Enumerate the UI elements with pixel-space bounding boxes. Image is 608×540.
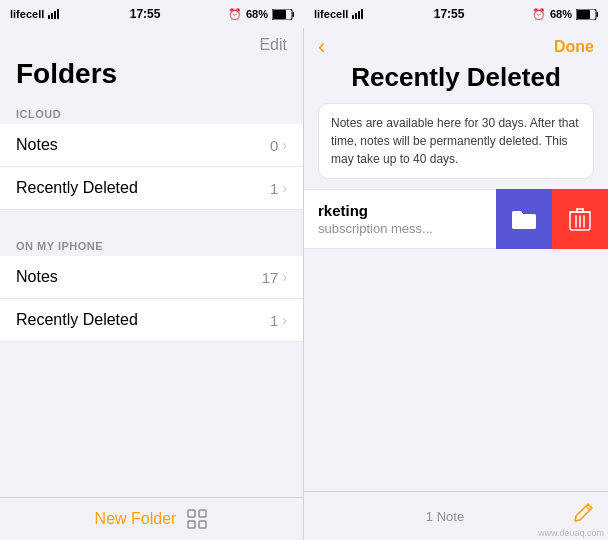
right-panel: ‹ Done Recently Deleted Notes are availa…: [304, 28, 608, 540]
compose-button[interactable]: [572, 502, 594, 530]
left-carrier-info: lifecell: [10, 8, 62, 20]
right-time: 17:55: [434, 7, 465, 21]
icloud-deleted-item[interactable]: Recently Deleted 1 ›: [0, 167, 303, 210]
left-battery-pct: 68%: [246, 8, 268, 20]
iphone-deleted-chevron: ›: [282, 312, 287, 328]
svg-rect-15: [199, 510, 206, 517]
right-title: Recently Deleted: [304, 62, 608, 103]
back-button[interactable]: ‹: [318, 36, 325, 58]
battery-icon: [272, 9, 294, 20]
left-battery-area: ⏰ 68%: [228, 8, 294, 21]
iphone-notes-count: 17: [262, 269, 279, 286]
iphone-notes-item[interactable]: Notes 17 ›: [0, 256, 303, 299]
svg-rect-0: [48, 15, 50, 19]
wifi-icon-right: [352, 9, 366, 19]
folder-icon: [511, 208, 537, 230]
svg-line-26: [586, 506, 590, 510]
edit-button[interactable]: Edit: [259, 36, 287, 54]
left-time: 17:55: [130, 7, 161, 21]
svg-rect-6: [273, 10, 286, 19]
info-banner: Notes are available here for 30 days. Af…: [318, 103, 594, 179]
note-count: 1 Note: [318, 509, 572, 524]
wifi-icon: [48, 9, 62, 19]
battery-icon-right: [576, 9, 598, 20]
grid-icon[interactable]: [186, 508, 208, 530]
iphone-notes-chevron: ›: [282, 269, 287, 285]
left-status-bar: lifecell 17:55 ⏰ 68%: [0, 0, 304, 28]
icloud-deleted-count: 1: [270, 180, 278, 197]
trash-icon: [569, 207, 591, 231]
left-panel: Edit Folders ICLOUD Notes 0 › Recently D…: [0, 28, 304, 540]
left-carrier: lifecell: [10, 8, 44, 20]
right-battery-pct: 68%: [550, 8, 572, 20]
left-header: Edit: [0, 28, 303, 58]
svg-rect-14: [188, 510, 195, 517]
icloud-deleted-label: Recently Deleted: [16, 179, 270, 197]
swipe-actions: [496, 189, 608, 249]
note-row-container: rketing subscription mess...: [304, 189, 608, 249]
icloud-notes-count: 0: [270, 137, 278, 154]
alarm-icon: ⏰: [228, 8, 242, 21]
svg-rect-7: [352, 15, 354, 19]
icloud-notes-chevron: ›: [282, 137, 287, 153]
folders-title: Folders: [0, 58, 303, 102]
svg-rect-5: [292, 12, 294, 17]
iphone-notes-label: Notes: [16, 268, 262, 286]
svg-rect-9: [358, 11, 360, 19]
svg-rect-2: [54, 11, 56, 19]
svg-rect-1: [51, 13, 53, 19]
svg-rect-10: [361, 9, 363, 19]
right-carrier-info: lifecell: [314, 8, 366, 20]
note-preview: subscription mess...: [318, 221, 488, 236]
right-status-bar: lifecell 17:55 ⏰ 68%: [304, 0, 608, 28]
iphone-deleted-item[interactable]: Recently Deleted 1 ›: [0, 299, 303, 342]
svg-rect-16: [188, 521, 195, 528]
move-action-button[interactable]: [496, 189, 552, 249]
new-folder-button[interactable]: New Folder: [95, 510, 177, 528]
svg-rect-17: [199, 521, 206, 528]
delete-action-button[interactable]: [552, 189, 608, 249]
done-button[interactable]: Done: [554, 38, 594, 56]
compose-icon: [572, 502, 594, 524]
icloud-deleted-chevron: ›: [282, 180, 287, 196]
icloud-section-header: ICLOUD: [0, 102, 303, 124]
iphone-section-header: ON MY IPHONE: [0, 234, 303, 256]
note-title: rketing: [318, 202, 488, 219]
right-battery-area: ⏰ 68%: [532, 8, 598, 21]
right-header: ‹ Done: [304, 28, 608, 62]
svg-rect-3: [57, 9, 59, 19]
svg-rect-8: [355, 13, 357, 19]
right-carrier: lifecell: [314, 8, 348, 20]
icloud-notes-item[interactable]: Notes 0 ›: [0, 124, 303, 167]
left-footer: New Folder: [0, 497, 303, 540]
attribution: www.deuaq.com: [538, 528, 604, 538]
icloud-notes-label: Notes: [16, 136, 270, 154]
iphone-deleted-count: 1: [270, 312, 278, 329]
svg-rect-12: [596, 12, 598, 17]
svg-rect-13: [577, 10, 590, 19]
iphone-deleted-label: Recently Deleted: [16, 311, 270, 329]
alarm-icon-right: ⏰: [532, 8, 546, 21]
